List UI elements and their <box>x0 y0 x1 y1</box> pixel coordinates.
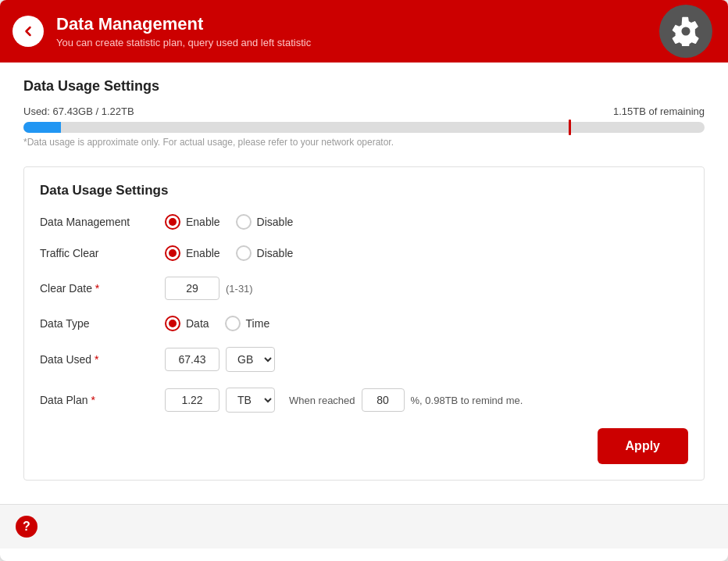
remaining-label: 1.15TB of remaining <box>613 105 705 117</box>
data-management-row: Data Management Enable Disable <box>40 214 688 230</box>
main-container: Data Management You can create statistic… <box>0 0 728 561</box>
data-management-options: Enable Disable <box>165 214 293 230</box>
radio-enable-inner <box>169 218 177 226</box>
apply-row: Apply <box>40 428 688 464</box>
data-bar-track <box>23 122 705 133</box>
data-used-label: Data Used * <box>40 353 165 366</box>
clear-date-controls: (1-31) <box>165 277 253 300</box>
radio-enable-outer <box>165 214 180 230</box>
dt-radio-data-inner <box>169 320 177 327</box>
traffic-clear-enable[interactable]: Enable <box>165 245 220 261</box>
data-bar-fill <box>23 122 61 133</box>
data-plan-input[interactable] <box>165 388 219 412</box>
clear-date-row: Clear Date * (1-31) <box>40 277 688 300</box>
settings-button[interactable] <box>659 5 712 58</box>
data-plan-unit[interactable]: TB GB MB <box>226 388 275 413</box>
data-bar-labels: Used: 67.43GB / 1.22TB 1.15TB of remaini… <box>23 105 705 117</box>
data-bar-marker <box>569 120 571 135</box>
data-management-disable[interactable]: Disable <box>236 214 294 230</box>
data-used-unit[interactable]: GB MB TB <box>226 347 275 372</box>
data-used-row: Data Used * GB MB TB <box>40 347 688 372</box>
used-label: Used: 67.43GB / 1.22TB <box>23 105 134 117</box>
data-used-input[interactable] <box>165 348 219 371</box>
dt-data-label: Data <box>186 317 209 330</box>
traffic-clear-options: Enable Disable <box>165 245 293 261</box>
enable-label: Enable <box>186 216 220 228</box>
remind-text: %, 0.98TB to remind me. <box>411 395 523 406</box>
data-type-time[interactable]: Time <box>225 316 270 331</box>
data-plan-required: * <box>91 394 95 406</box>
settings-title: Data Usage Settings <box>40 183 688 198</box>
data-type-row: Data Type Data Time <box>40 316 688 331</box>
footer-bar: ? <box>0 504 728 548</box>
data-plan-controls: TB GB MB When reached %, 0.98TB to remin… <box>165 388 523 413</box>
header-text: Data Management You can create statistic… <box>56 14 311 48</box>
data-type-data[interactable]: Data <box>165 316 209 331</box>
tc-radio-disable-outer <box>236 245 252 261</box>
tc-radio-enable-outer <box>165 245 180 261</box>
gear-icon <box>671 16 701 46</box>
data-management-label: Data Management <box>40 216 165 228</box>
help-button[interactable]: ? <box>16 516 37 538</box>
tc-disable-label: Disable <box>257 247 294 259</box>
data-type-label: Data Type <box>40 317 165 330</box>
radio-disable-outer <box>236 214 252 230</box>
data-used-controls: GB MB TB <box>165 347 275 372</box>
data-plan-label: Data Plan * <box>40 394 165 406</box>
dt-radio-time-outer <box>225 316 241 331</box>
when-reached-input[interactable] <box>362 388 405 412</box>
settings-section: Data Usage Settings Data Management Enab… <box>23 166 705 481</box>
dt-time-label: Time <box>246 317 270 330</box>
traffic-clear-row: Traffic Clear Enable Disable <box>40 245 688 261</box>
data-bar-section: Data Usage Settings Used: 67.43GB / 1.22… <box>23 78 705 148</box>
apply-button[interactable]: Apply <box>598 428 688 464</box>
clear-date-input[interactable] <box>165 277 219 300</box>
data-type-options: Data Time <box>165 316 269 331</box>
disable-label: Disable <box>257 216 294 228</box>
tc-enable-label: Enable <box>186 247 220 259</box>
clear-date-range: (1-31) <box>226 283 253 295</box>
clear-date-label: Clear Date * <box>40 282 165 295</box>
data-management-enable[interactable]: Enable <box>165 214 220 230</box>
when-reached-label: When reached <box>289 395 355 406</box>
data-used-required: * <box>95 353 98 366</box>
traffic-clear-disable[interactable]: Disable <box>236 245 294 261</box>
data-plan-row: Data Plan * TB GB MB When reached %, 0.9… <box>40 388 688 413</box>
page-title: Data Management <box>56 14 311 34</box>
traffic-clear-label: Traffic Clear <box>40 247 165 259</box>
back-button[interactable] <box>12 16 44 47</box>
header: Data Management You can create statistic… <box>0 0 728 63</box>
clear-date-required: * <box>95 282 99 295</box>
tc-radio-enable-inner <box>169 249 177 257</box>
section1-title: Data Usage Settings <box>23 78 705 95</box>
data-bar-note: *Data usage is approximate only. For act… <box>23 137 705 148</box>
dt-radio-data-outer <box>165 316 180 331</box>
content-area: Data Usage Settings Used: 67.43GB / 1.22… <box>0 63 728 496</box>
page-subtitle: You can create statistic plan, query use… <box>56 37 311 48</box>
